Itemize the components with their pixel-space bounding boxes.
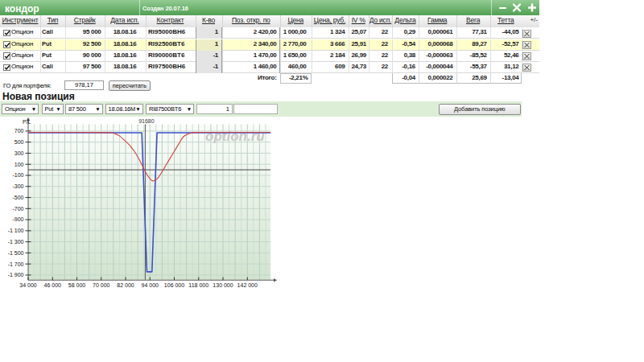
svg-text:300: 300	[14, 150, 24, 156]
svg-text:-900: -900	[12, 216, 23, 222]
svg-text:-500: -500	[12, 195, 23, 200]
svg-text:-700: -700	[12, 206, 23, 212]
svg-text:500: 500	[14, 139, 24, 145]
svg-text:-1 700: -1 700	[8, 261, 24, 267]
svg-text:106 000: 106 000	[164, 282, 184, 288]
svg-text:-1 300: -1 300	[8, 239, 24, 245]
svg-text:91680: 91680	[138, 118, 155, 124]
svg-text:P/L: P/L	[23, 119, 31, 125]
svg-text:118 000: 118 000	[188, 282, 208, 288]
svg-text:34 000: 34 000	[19, 282, 37, 288]
svg-text:82 000: 82 000	[117, 282, 134, 288]
svg-text:58 000: 58 000	[68, 282, 86, 288]
svg-text:94 000: 94 000	[142, 282, 159, 288]
svg-text:-1 100: -1 100	[8, 228, 24, 233]
svg-text:-1 500: -1 500	[8, 250, 24, 256]
svg-text:-100: -100	[12, 172, 23, 178]
svg-text:100: 100	[14, 162, 24, 167]
svg-text:option.ru: option.ru	[205, 129, 265, 144]
svg-text:46 000: 46 000	[44, 282, 62, 288]
svg-text:70 000: 70 000	[93, 282, 110, 288]
svg-text:-1 900: -1 900	[8, 272, 24, 278]
svg-text:-300: -300	[12, 183, 23, 189]
svg-text:700: 700	[14, 128, 24, 134]
svg-text:130 000: 130 000	[213, 282, 233, 288]
svg-text:142 000: 142 000	[237, 282, 258, 288]
